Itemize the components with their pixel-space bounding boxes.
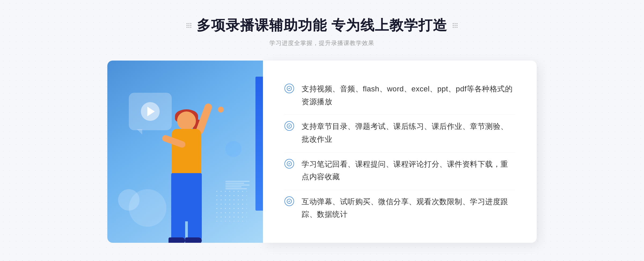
person-shoe-left — [169, 237, 185, 243]
person-hand-right — [217, 106, 225, 113]
left-decoration — [186, 23, 191, 28]
feature-text-3: 学习笔记回看、课程提问、课程评论打分、课件资料下载，重点内容收藏 — [302, 158, 515, 183]
page-container: 多项录播课辅助功能 专为线上教学打造 学习进度全掌握，提升录播课教学效果 » — [0, 0, 644, 261]
check-icon-3 — [284, 159, 294, 169]
person-shoe-right — [185, 237, 202, 243]
feature-text-2: 支持章节目录、弹题考试、课后练习、课后作业、章节测验、批改作业 — [302, 120, 515, 146]
person-leg-right — [188, 216, 202, 240]
circle-deco-2 — [129, 189, 166, 227]
person-head — [177, 111, 196, 130]
circle-deco-3 — [225, 141, 241, 157]
check-icon-4 — [284, 196, 294, 206]
right-decoration — [453, 23, 458, 28]
feature-item-3: 学习笔记回看、课程提问、课程评论打分、课件资料下载，重点内容收藏 — [284, 152, 515, 189]
features-card: 支持视频、音频、flash、word、excel、ppt、pdf等各种格式的资源… — [263, 61, 537, 243]
check-icon-2 — [284, 121, 294, 131]
feature-text-1: 支持视频、音频、flash、word、excel、ppt、pdf等各种格式的资源… — [302, 83, 515, 108]
page-title: 多项录播课辅助功能 专为线上教学打造 — [197, 16, 447, 35]
person-pants — [171, 173, 202, 221]
person-torso — [172, 129, 201, 177]
person-leg-left — [171, 216, 185, 240]
feature-item-2: 支持章节目录、弹题考试、课后练习、课后作业、章节测验、批改作业 — [284, 114, 515, 151]
feature-item-1: 支持视频、音频、flash、word、excel、ppt、pdf等各种格式的资源… — [284, 77, 515, 113]
lines-decoration — [225, 181, 250, 189]
header-section: 多项录播课辅助功能 专为线上教学打造 学习进度全掌握，提升录播课教学效果 — [186, 16, 458, 47]
accent-bar — [255, 77, 263, 211]
feature-text-4: 互动弹幕、试听购买、微信分享、观看次数限制、学习进度跟踪、数据统计 — [302, 195, 515, 221]
check-icon-1 — [284, 84, 294, 93]
title-row: 多项录播课辅助功能 专为线上教学打造 — [186, 16, 458, 35]
illustration-card — [107, 61, 263, 243]
content-area: » — [107, 61, 537, 243]
feature-item-4: 互动弹幕、试听购买、微信分享、观看次数限制、学习进度跟踪、数据统计 — [284, 190, 515, 226]
page-subtitle: 学习进度全掌握，提升录播课教学效果 — [269, 39, 374, 47]
